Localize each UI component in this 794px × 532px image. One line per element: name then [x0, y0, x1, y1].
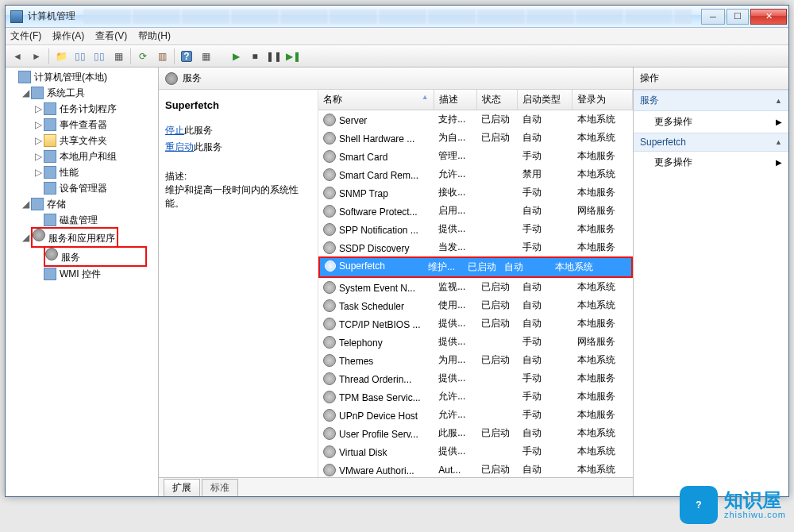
actions-header: 操作 [634, 67, 788, 90]
restart-service-button[interactable]: ▶❚ [284, 48, 302, 65]
service-row[interactable]: Themes为用...已启动自动本地系统 [318, 351, 633, 369]
close-button[interactable]: ✕ [750, 9, 787, 25]
service-row[interactable]: Smart Card Rem...允许...禁用本地系统 [318, 165, 633, 183]
tree-task-scheduler[interactable]: ▷任务计划程序 [34, 101, 158, 117]
separator [130, 48, 131, 64]
toolbar: 📁 ▯▯ ▯▯ ▦ ⟳ ▥ ? ▦ ▶ ■ ❚❚ ▶❚ [6, 45, 788, 67]
tree-system-tools[interactable]: ◢系统工具 [21, 85, 158, 101]
service-row[interactable]: SSDP Discovery当发...手动本地服务 [318, 238, 633, 256]
menu-help[interactable]: 帮助(H) [138, 29, 171, 43]
service-row[interactable]: VMware Authori...Aut...已启动自动本地系统 [318, 461, 633, 477]
show-hide-tree-button[interactable]: ▯▯ [71, 48, 89, 65]
service-row[interactable]: TPM Base Servic...允许...手动本地服务 [318, 387, 633, 406]
start-service-button[interactable]: ▶ [227, 48, 245, 65]
watermark-url: zhishiwu.com [724, 510, 786, 519]
tree-storage[interactable]: ◢存储 [21, 196, 158, 212]
perf-icon [44, 166, 56, 179]
service-row[interactable]: Telephony提供...手动网络服务 [318, 333, 633, 351]
device-icon [44, 182, 56, 195]
disk-icon [44, 214, 56, 226]
menu-view[interactable]: 查看(V) [95, 29, 127, 43]
service-row[interactable]: Software Protect...启用...自动网络服务 [318, 202, 633, 220]
maximize-button[interactable]: ☐ [727, 9, 749, 25]
restart-service-link[interactable]: 重启动 [165, 141, 194, 152]
watermark: ? 知识屋 zhishiwu.com [680, 486, 786, 524]
service-row[interactable]: Smart Card管理...手动本地服务 [318, 147, 633, 165]
watermark-icon: ? [680, 486, 718, 524]
minimize-button[interactable]: ─ [701, 9, 725, 25]
col-logon-as[interactable]: 登录为 [572, 90, 633, 110]
help-button[interactable]: ? [178, 48, 195, 65]
actions-group-selected[interactable]: Superfetch▲ [634, 133, 788, 152]
col-name[interactable]: 名称▲ [318, 90, 434, 110]
up-level-button[interactable]: 📁 [52, 48, 70, 65]
tab-standard[interactable]: 标准 [202, 479, 238, 496]
service-row[interactable]: SPP Notification ...提供...手动本地服务 [318, 220, 633, 238]
service-row[interactable]: TCP/IP NetBIOS ...提供...已启动自动本地服务 [318, 314, 633, 333]
tree-local-users-groups[interactable]: ▷本地用户和组 [34, 148, 158, 164]
refresh-button[interactable]: ⟳ [134, 48, 152, 65]
services-table: 名称▲ 描述 状态 启动类型 登录为 Server支持...已启动自动本地系统S… [318, 90, 633, 477]
storage-icon [31, 198, 44, 210]
titlebar[interactable]: 计算机管理 ─ ☐ ✕ [6, 6, 788, 28]
view-tabs: 扩展 标准 [159, 477, 633, 496]
tree-disk-management[interactable]: 磁盘管理 [34, 212, 158, 228]
tree-wmi-control[interactable]: WMI 控件 [34, 266, 158, 282]
submenu-arrow-icon: ▶ [776, 158, 782, 167]
tab-extended[interactable]: 扩展 [164, 479, 200, 496]
tree-performance[interactable]: ▷性能 [34, 164, 158, 180]
menu-file[interactable]: 文件(F) [10, 29, 41, 43]
tree-root[interactable]: 计算机管理(本地) [9, 69, 158, 85]
actions-more-services[interactable]: 更多操作▶ [634, 111, 788, 133]
actions-group-services[interactable]: 服务▲ [634, 90, 788, 111]
pause-service-button[interactable]: ❚❚ [265, 48, 283, 65]
col-status[interactable]: 状态 [476, 90, 518, 110]
properties-button[interactable]: ▦ [110, 48, 127, 65]
service-row[interactable]: Superfetch维护...已启动自动本地系统 [318, 256, 633, 278]
separator [174, 48, 175, 64]
service-row[interactable]: Shell Hardware ...为自...已启动自动本地系统 [318, 129, 633, 147]
service-row[interactable]: Server支持...已启动自动本地系统 [318, 110, 633, 129]
service-row[interactable]: Virtual Disk提供...手动本地系统 [318, 442, 633, 461]
nav-forward-button[interactable] [28, 48, 45, 65]
menu-action[interactable]: 操作(A) [52, 29, 84, 43]
tree-device-manager[interactable]: 设备管理器 [34, 180, 158, 196]
collapse-icon: ▲ [775, 138, 782, 146]
sort-asc-icon: ▲ [422, 93, 429, 101]
stop-service-button[interactable]: ■ [246, 48, 264, 65]
tree-event-viewer[interactable]: ▷事件查看器 [34, 117, 158, 133]
toolbar-extra-button[interactable]: ▦ [197, 48, 214, 65]
actions-more-selected[interactable]: 更多操作▶ [634, 152, 788, 173]
navigation-tree[interactable]: 计算机管理(本地) ◢系统工具 ▷任务计划程序 ▷事件查看器 ▷共享文件夹 ▷本… [6, 67, 159, 496]
event-icon [44, 118, 56, 131]
submenu-arrow-icon: ▶ [776, 118, 782, 126]
tree-services-apps[interactable]: ◢服务和应用程序 [21, 228, 158, 247]
window-title: 计算机管理 [28, 10, 75, 23]
services-table-container[interactable]: 名称▲ 描述 状态 启动类型 登录为 Server支持...已启动自动本地系统S… [318, 90, 633, 477]
service-row[interactable]: User Profile Serv...此服...已启动自动本地系统 [318, 424, 633, 442]
highlight-selected-service: Superfetch维护...已启动自动本地系统 [318, 256, 633, 278]
service-description-panel: Superfetch 停止此服务 重启动此服务 描述: 维护和提高一段时间内的系… [159, 90, 318, 477]
service-row[interactable]: UPnP Device Host允许...手动本地服务 [318, 406, 633, 424]
show-hide-actions-button[interactable]: ▯▯ [91, 48, 108, 65]
computer-management-window: 计算机管理 ─ ☐ ✕ 文件(F) 操作(A) 查看(V) 帮助(H) 📁 ▯▯… [5, 5, 789, 497]
stop-service-link[interactable]: 停止 [165, 125, 184, 136]
service-row[interactable]: SNMP Trap接收...手动本地服务 [318, 183, 633, 202]
service-row[interactable]: System Event N...监视...已启动自动本地系统 [318, 278, 633, 296]
col-description[interactable]: 描述 [434, 90, 476, 110]
app-icon [10, 10, 23, 23]
collapse-icon: ▲ [775, 97, 782, 105]
highlight-services: 服务 [44, 246, 147, 267]
tree-shared-folders[interactable]: ▷共享文件夹 [34, 133, 158, 148]
col-startup-type[interactable]: 启动类型 [518, 90, 572, 110]
center-pane: 服务 Superfetch 停止此服务 重启动此服务 描述: 维护和提高一段时间… [159, 67, 634, 496]
highlight-services-apps: 服务和应用程序 [31, 227, 118, 248]
export-list-button[interactable]: ▥ [153, 48, 171, 65]
gear-icon [45, 248, 58, 260]
service-row[interactable]: Thread Orderin...提供...手动本地服务 [318, 369, 633, 387]
service-row[interactable]: Task Scheduler使用...已启动自动本地系统 [318, 296, 633, 314]
wmi-icon [44, 268, 56, 280]
selected-service-name: Superfetch [165, 99, 311, 111]
nav-back-button[interactable] [9, 48, 26, 65]
tree-services[interactable]: 服务 [34, 247, 158, 266]
